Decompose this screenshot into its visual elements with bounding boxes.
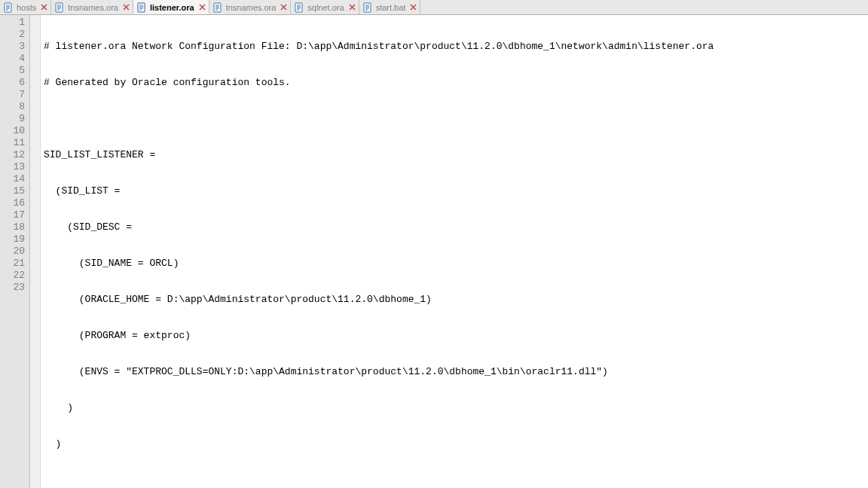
svg-rect-6	[138, 3, 145, 12]
file-icon	[212, 2, 223, 13]
tab-tnsnames-ora[interactable]: tnsnames.ora	[51, 0, 133, 14]
code-line[interactable]: )	[44, 438, 868, 450]
line-number: 7	[8, 89, 25, 101]
code-line[interactable]	[44, 113, 868, 125]
file-icon	[294, 2, 304, 13]
file-icon	[54, 2, 65, 13]
line-number: 17	[8, 209, 25, 221]
tab-label: hosts	[17, 3, 36, 12]
editor-area: 1 2 3 4 5 6 7 8 9 10 11 12 13 14 15 16 1…	[0, 15, 868, 488]
close-icon[interactable]	[41, 4, 47, 11]
line-number: 21	[8, 258, 25, 270]
code-line[interactable]: (SID_LIST =	[44, 185, 868, 197]
close-icon[interactable]	[199, 4, 206, 11]
tab-label: listener.ora	[150, 3, 194, 12]
tab-start-bat[interactable]: start.bat	[359, 0, 421, 14]
code-line[interactable]: # listener.ora Network Configuration Fil…	[44, 41, 868, 53]
line-number: 1	[8, 17, 25, 29]
file-icon	[136, 2, 147, 13]
code-line[interactable]: # Generated by Oracle configuration tool…	[44, 77, 868, 89]
line-number-gutter: 1 2 3 4 5 6 7 8 9 10 11 12 13 14 15 16 1…	[0, 15, 30, 488]
line-number: 12	[8, 149, 25, 161]
line-number: 5	[8, 65, 25, 77]
fold-column	[30, 15, 41, 488]
code-line[interactable]: )	[44, 402, 868, 414]
tab-label: tnsnames.ora	[226, 3, 277, 12]
line-number: 23	[8, 282, 25, 294]
line-number: 15	[8, 185, 25, 197]
tab-label: start.bat	[376, 3, 406, 12]
tab-label: tnsnames.ora	[68, 3, 118, 12]
line-number: 4	[8, 53, 25, 65]
code-line[interactable]	[44, 474, 868, 486]
svg-rect-9	[214, 3, 221, 12]
line-number: 11	[8, 137, 25, 149]
close-icon[interactable]	[410, 4, 417, 11]
code-line[interactable]: (ORACLE_HOME = D:\app\Administrator\prod…	[44, 294, 868, 306]
tab-tnsnames-ora[interactable]: tnsnames.ora	[209, 0, 292, 14]
line-number: 14	[8, 173, 25, 185]
tab-sqlnet-ora[interactable]: sqlnet.ora	[291, 0, 359, 14]
line-number: 13	[8, 161, 25, 173]
line-number: 3	[8, 41, 25, 53]
svg-rect-0	[5, 3, 11, 12]
line-number: 18	[8, 221, 25, 233]
line-number: 20	[8, 246, 25, 258]
svg-rect-12	[295, 3, 302, 12]
code-line[interactable]: (SID_DESC =	[44, 221, 868, 233]
file-icon	[362, 2, 373, 13]
tab-bar: hosts tnsnames.ora listener.ora tnsnames…	[0, 0, 868, 15]
close-icon[interactable]	[280, 4, 287, 11]
close-icon[interactable]	[123, 4, 130, 11]
line-number: 19	[8, 233, 25, 246]
line-number: 9	[8, 113, 25, 125]
line-number: 22	[8, 270, 25, 282]
code-line[interactable]: (ENVS = "EXTPROC_DLLS=ONLY:D:\app\Admini…	[44, 366, 868, 378]
line-number: 16	[8, 197, 25, 209]
tab-hosts[interactable]: hosts	[0, 0, 51, 14]
line-number: 8	[8, 101, 25, 113]
tab-listener-ora[interactable]: listener.ora	[133, 0, 209, 14]
code-line[interactable]: (SID_NAME = ORCL)	[44, 258, 868, 270]
line-number: 6	[8, 77, 25, 89]
svg-rect-3	[56, 3, 63, 12]
file-icon	[3, 2, 14, 13]
code-area[interactable]: # listener.ora Network Configuration Fil…	[41, 15, 868, 488]
line-number: 2	[8, 29, 25, 41]
line-number: 10	[8, 125, 25, 137]
svg-rect-15	[364, 3, 371, 12]
close-icon[interactable]	[349, 4, 356, 11]
code-line[interactable]: (PROGRAM = extproc)	[44, 330, 868, 342]
code-line[interactable]: SID_LIST_LISTENER =	[44, 149, 868, 161]
tab-label: sqlnet.ora	[307, 3, 344, 12]
